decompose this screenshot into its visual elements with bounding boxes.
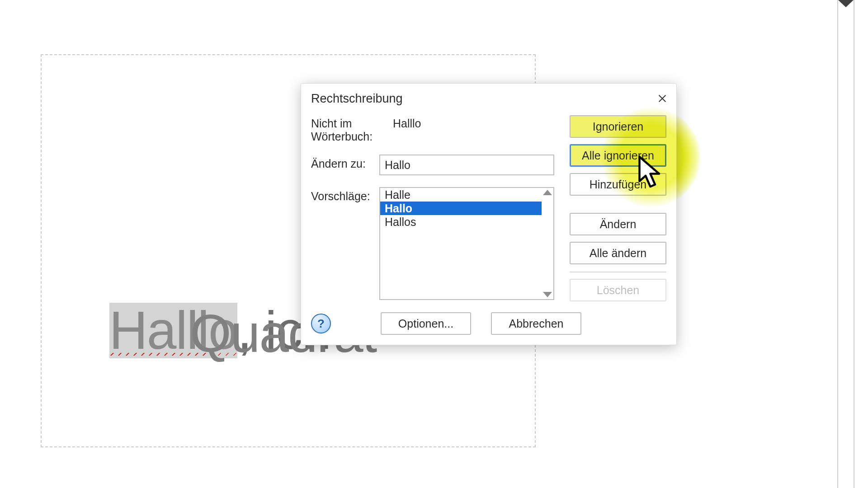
listbox-scrollbar[interactable] — [542, 188, 553, 299]
vertical-ruler — [837, 0, 854, 488]
list-item[interactable]: Hallo — [380, 202, 542, 215]
not-in-dict-label: Nicht im Wörterbuch: — [311, 114, 377, 143]
list-item[interactable]: Halle — [380, 188, 542, 202]
scroll-up-icon[interactable] — [543, 190, 552, 195]
not-in-dict-value: Halllo — [379, 114, 554, 130]
change-all-button[interactable]: Alle ändern — [570, 242, 666, 264]
close-button[interactable] — [655, 91, 670, 106]
change-to-input[interactable] — [379, 155, 554, 175]
list-item[interactable]: Hallos — [380, 215, 542, 229]
delete-button: Löschen — [570, 279, 666, 301]
button-divider — [570, 272, 666, 272]
close-icon — [657, 94, 667, 103]
dialog-titlebar: Rechtschreibung — [301, 84, 676, 111]
scroll-down-icon[interactable] — [543, 292, 552, 297]
ignore-button[interactable]: Ignorieren — [570, 115, 666, 138]
suggestions-listbox[interactable]: HalleHalloHallos — [379, 187, 554, 300]
add-button[interactable]: Hinzufügen — [570, 173, 666, 196]
change-button[interactable]: Ändern — [570, 213, 666, 235]
options-button[interactable]: Optionen... — [381, 312, 471, 335]
change-to-label: Ändern zu: — [311, 155, 377, 170]
spellcheck-dialog: Rechtschreibung Nicht im Wörterbuch: Hal… — [301, 83, 677, 345]
help-icon: ? — [317, 317, 325, 331]
cancel-button[interactable]: Abbrechen — [491, 312, 581, 335]
ignore-all-button[interactable]: Alle ignorieren — [570, 144, 666, 167]
help-button[interactable]: ? — [311, 314, 331, 333]
dialog-title: Rechtschreibung — [311, 92, 403, 106]
suggestions-label: Vorschläge: — [311, 187, 377, 203]
